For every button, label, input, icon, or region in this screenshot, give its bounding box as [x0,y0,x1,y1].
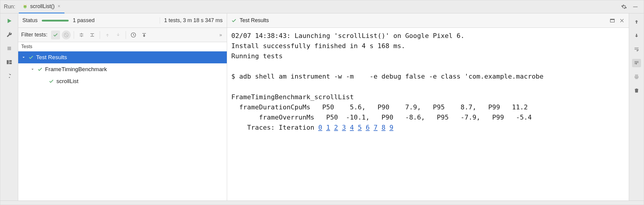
tree-node-suite[interactable]: FrameTimingBenchmark [18,63,227,75]
chevron-down-icon[interactable] [30,67,35,71]
run-tab-scrolllist[interactable]: scrollList() × [19,0,64,13]
filter-toolbar: Filter tests: » [18,28,227,42]
stop-icon[interactable] [5,45,13,52]
window-icon[interactable] [610,18,615,23]
tab-title: scrollList() [30,3,55,10]
trace-link-9[interactable]: 9 [389,124,393,131]
check-icon [49,79,54,84]
console-header: Test Results [227,13,629,28]
print-icon[interactable] [632,73,641,81]
progress-bar [42,20,69,22]
passed-count: 1 passed [73,17,95,24]
trace-link-3[interactable]: 3 [342,124,346,131]
collapse-all-icon[interactable] [88,30,97,39]
check-icon [231,18,237,23]
test-summary: 1 tests, 3 m 18 s 347 ms [160,17,223,24]
status-label: Status [22,17,38,24]
run-label: Run: [3,4,19,10]
console-title: Test Results [240,17,269,24]
test-tree[interactable]: Test Results FrameTimingBenchmark scroll… [18,51,227,201]
tree-header: Tests [18,42,227,51]
more-icon[interactable]: » [218,32,224,38]
svg-rect-11 [610,19,614,20]
soft-wrap-icon[interactable] [632,45,641,53]
scroll-up-icon[interactable] [632,18,641,26]
tree-node-test[interactable]: scrollList [18,75,227,87]
trace-link-8[interactable]: 8 [381,124,385,131]
bottom-bar [0,201,644,205]
status-bar: Status 1 passed 1 tests, 3 m 18 s 347 ms [18,13,227,28]
wrench-icon[interactable] [5,31,13,39]
layout-icon[interactable] [5,58,13,66]
svg-rect-6 [9,60,12,62]
tree-node-label: Test Results [36,54,67,61]
rerun-icon[interactable] [5,17,13,25]
trace-link-5[interactable]: 5 [358,124,362,131]
svg-rect-7 [9,62,12,64]
run-tab-bar: Run: scrollList() × [0,0,644,13]
history-icon[interactable] [129,30,138,39]
trace-link-1[interactable]: 1 [326,124,330,131]
console-panel: Test Results 02/07 14:38:43: Launching '… [227,13,644,201]
svg-point-2 [25,6,26,7]
svg-point-0 [24,5,27,8]
expand-all-icon[interactable] [77,30,86,39]
svg-point-1 [24,6,25,7]
trace-link-7[interactable]: 7 [374,124,378,131]
check-icon [28,55,34,60]
trace-link-2[interactable]: 2 [334,124,338,131]
trace-link-6[interactable]: 6 [366,124,369,131]
tree-node-label: scrollList [56,78,78,85]
minimize-icon[interactable] [632,4,638,10]
close-icon[interactable] [619,18,625,23]
show-ignored-icon[interactable] [62,30,71,39]
chevron-down-icon[interactable] [21,55,26,59]
gear-icon[interactable] [621,4,627,10]
import-icon[interactable] [140,30,149,39]
next-failed-icon[interactable] [114,30,123,39]
trace-link-4[interactable]: 4 [350,124,354,131]
tree-node-label: FrameTimingBenchmark [45,66,107,73]
check-icon [37,67,43,72]
test-tree-panel: Status 1 passed 1 tests, 3 m 18 s 347 ms… [18,13,227,201]
filter-label: Filter tests: [21,32,47,38]
trace-link-0[interactable]: 0 [318,124,322,131]
trash-icon[interactable] [632,86,641,95]
prev-failed-icon[interactable] [103,30,112,39]
scroll-down-icon[interactable] [632,31,641,40]
android-test-icon [22,4,28,9]
scroll-to-end-icon[interactable] [632,59,641,67]
svg-rect-3 [633,7,638,7]
run-gutter [0,13,18,201]
tree-node-root[interactable]: Test Results [18,51,227,63]
show-passed-icon[interactable] [51,30,60,39]
svg-rect-4 [7,47,11,50]
console-output[interactable]: 02/07 14:38:43: Launching 'scrollList()'… [227,28,629,201]
console-rail [629,13,644,201]
svg-rect-5 [7,60,9,64]
close-tab-icon[interactable]: × [57,4,61,9]
pin-icon[interactable] [5,72,13,80]
